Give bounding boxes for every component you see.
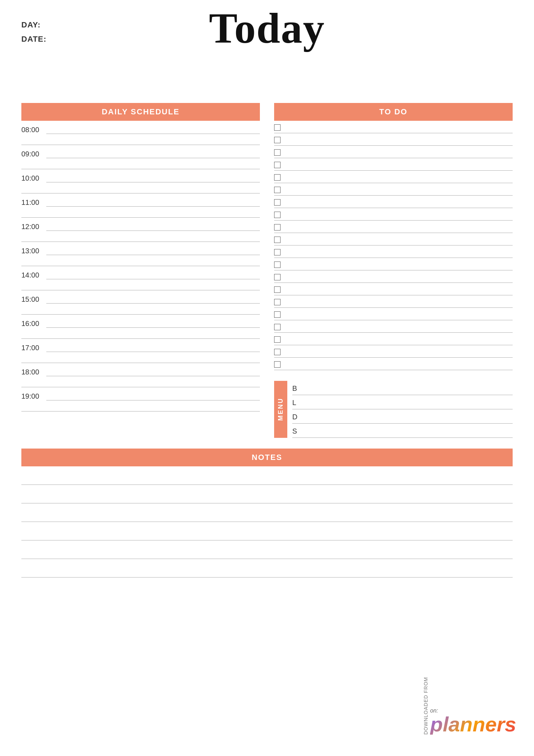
todo-item-8	[274, 208, 513, 221]
checkbox-2[interactable]	[274, 137, 281, 143]
main-grid: DAILY SCHEDULE 08:00 09:00 1	[21, 103, 513, 438]
watermark: DOWNLOADED FROM on: planners	[423, 677, 516, 735]
schedule-item-1200: 12:00	[21, 218, 260, 242]
menu-item-b: B	[292, 381, 513, 395]
menu-item-s: S	[292, 424, 513, 438]
todo-item-2	[274, 133, 513, 146]
todo-item-15	[274, 295, 513, 308]
todo-item-5	[274, 171, 513, 183]
date-label: DATE:	[21, 32, 47, 46]
todo-item-1	[274, 121, 513, 133]
checkbox-13[interactable]	[274, 274, 281, 280]
time-1900: 19:00	[21, 392, 46, 400]
note-line-6[interactable]	[21, 559, 513, 578]
note-line-3[interactable]	[21, 503, 513, 522]
time-0900: 09:00	[21, 150, 46, 158]
watermark-downloaded: DOWNLOADED FROM	[423, 677, 429, 735]
todo-item-18	[274, 333, 513, 345]
time-1500: 15:00	[21, 295, 46, 304]
menu-letter-b: B	[292, 384, 302, 393]
note-line-5[interactable]	[21, 540, 513, 559]
schedule-column: DAILY SCHEDULE 08:00 09:00 1	[21, 103, 260, 438]
checkbox-3[interactable]	[274, 149, 281, 156]
todo-item-6	[274, 183, 513, 196]
checkbox-10[interactable]	[274, 237, 281, 243]
todo-item-16	[274, 308, 513, 320]
menu-item-d: D	[292, 409, 513, 424]
day-date-area: DAY: DATE:	[21, 18, 47, 46]
menu-letter-l: L	[292, 399, 302, 407]
todo-item-11	[274, 245, 513, 258]
menu-letter-s: S	[292, 427, 302, 435]
schedule-item-1900: 19:00	[21, 387, 260, 411]
schedule-item-1100: 11:00	[21, 193, 260, 218]
schedule-item-1400: 14:00	[21, 266, 260, 290]
menu-items-list: B L D S	[287, 381, 513, 438]
checkbox-4[interactable]	[274, 162, 281, 168]
note-line-4[interactable]	[21, 522, 513, 540]
header: Today DAY: DATE:	[21, 14, 513, 46]
todo-item-13	[274, 270, 513, 283]
checkbox-11[interactable]	[274, 249, 281, 255]
notes-section: NOTES	[21, 449, 513, 578]
menu-section: MENU B L D S	[274, 381, 513, 438]
todo-item-17	[274, 320, 513, 333]
time-1600: 16:00	[21, 320, 46, 328]
time-0800: 08:00	[21, 126, 46, 134]
schedule-item-1600: 16:00	[21, 315, 260, 339]
checkbox-16[interactable]	[274, 311, 281, 318]
checkbox-19[interactable]	[274, 349, 281, 355]
time-1400: 14:00	[21, 271, 46, 279]
time-1200: 12:00	[21, 223, 46, 231]
checkbox-5[interactable]	[274, 174, 281, 181]
checkbox-18[interactable]	[274, 336, 281, 343]
menu-item-l: L	[292, 395, 513, 409]
page: Today DAY: DATE: DAILY SCHEDULE 08:00 09…	[0, 0, 534, 756]
note-line-2[interactable]	[21, 485, 513, 503]
checkbox-6[interactable]	[274, 187, 281, 193]
notes-header: NOTES	[21, 449, 513, 466]
checkbox-9[interactable]	[274, 224, 281, 231]
schedule-item-1500: 15:00	[21, 290, 260, 315]
checkbox-15[interactable]	[274, 299, 281, 305]
schedule-item-0800: 08:00	[21, 121, 260, 145]
todo-item-10	[274, 233, 513, 245]
checkbox-20[interactable]	[274, 361, 281, 368]
menu-label: MENU	[274, 381, 287, 438]
schedule-item-1700: 17:00	[21, 339, 260, 363]
menu-letter-d: D	[292, 413, 302, 421]
todo-item-4	[274, 158, 513, 171]
todo-item-9	[274, 221, 513, 233]
todo-item-3	[274, 146, 513, 158]
page-title: Today	[209, 7, 325, 50]
todo-item-7	[274, 196, 513, 208]
watermark-brand: planners	[430, 714, 516, 735]
note-line-1[interactable]	[21, 466, 513, 485]
checkbox-1[interactable]	[274, 124, 281, 131]
todo-item-14	[274, 283, 513, 295]
checkbox-8[interactable]	[274, 212, 281, 218]
time-1100: 11:00	[21, 198, 46, 207]
time-1700: 17:00	[21, 344, 46, 352]
notes-lines	[21, 466, 513, 578]
time-1000: 10:00	[21, 174, 46, 182]
schedule-item-1800: 18:00	[21, 363, 260, 387]
schedule-item-1000: 10:00	[21, 169, 260, 193]
todo-item-20	[274, 358, 513, 370]
todo-item-12	[274, 258, 513, 270]
checkbox-17[interactable]	[274, 324, 281, 330]
todo-header: TO DO	[274, 103, 513, 121]
schedule-header: DAILY SCHEDULE	[21, 103, 260, 121]
day-label: DAY:	[21, 18, 47, 32]
time-1800: 18:00	[21, 368, 46, 376]
checkbox-12[interactable]	[274, 262, 281, 268]
todo-item-19	[274, 345, 513, 358]
schedule-item-1300: 13:00	[21, 242, 260, 266]
checkbox-14[interactable]	[274, 286, 281, 293]
schedule-item-0900: 09:00	[21, 145, 260, 169]
time-1300: 13:00	[21, 247, 46, 255]
todo-column: TO DO	[274, 103, 513, 438]
checkbox-7[interactable]	[274, 199, 281, 206]
